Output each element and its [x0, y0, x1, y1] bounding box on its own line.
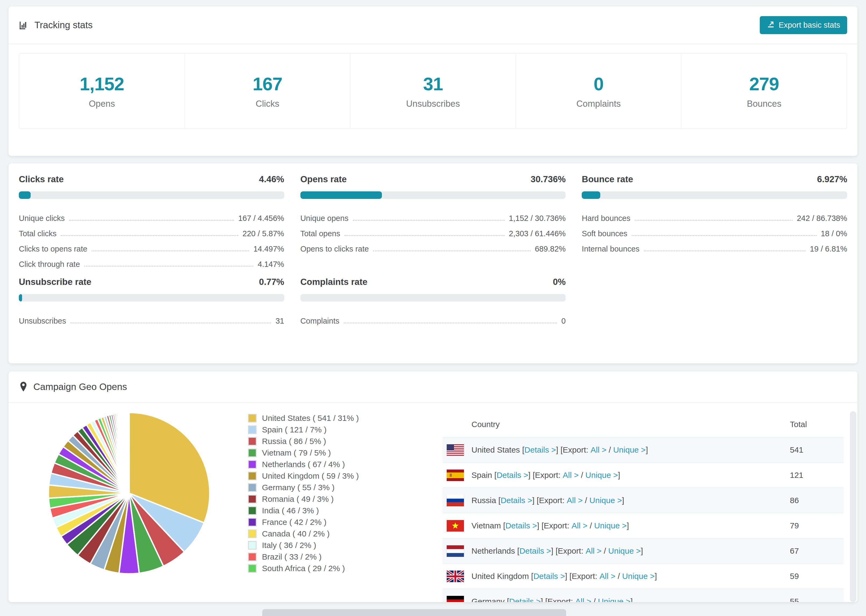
- summary-stat-label: Complaints: [576, 99, 621, 109]
- rate-value: 30.736%: [531, 174, 565, 184]
- legend-label: Netherlands ( 67 / 4% ): [262, 460, 345, 469]
- rate-block-complaints: Complaints rate0%Complaints0: [301, 277, 566, 327]
- export-all-link[interactable]: All >: [586, 546, 601, 556]
- rate-detail-label: Soft bounces: [582, 229, 627, 239]
- rate-detail-row: Soft bounces18 / 0%: [582, 224, 847, 239]
- closing-bracket: ]: [646, 445, 648, 454]
- export-all-link[interactable]: All >: [590, 445, 606, 454]
- link-separator: /: [583, 496, 589, 505]
- geo-table-total-cell: 67: [790, 546, 844, 556]
- bottom-scrollbar[interactable]: [262, 609, 566, 616]
- legend-item: Brazil ( 33 / 2% ): [248, 551, 359, 563]
- export-unique-link[interactable]: Unique >: [594, 521, 627, 530]
- rates-card: Clicks rate4.46%Unique clicks167 / 4.456…: [9, 163, 857, 363]
- export-all-link[interactable]: All >: [572, 521, 587, 530]
- rate-detail-label: Unsubscribes: [19, 317, 66, 327]
- nl-flag-icon: [447, 545, 464, 557]
- export-unique-link[interactable]: Unique >: [608, 546, 641, 556]
- country-name: United States [: [471, 445, 524, 454]
- rate-detail-label: Hard bounces: [582, 214, 630, 224]
- export-unique-link[interactable]: Unique >: [613, 445, 646, 454]
- export-all-link[interactable]: All >: [563, 471, 578, 480]
- country-name: Vietnam [: [471, 521, 505, 530]
- tracking-stats-header: Tracking stats Export basic stats: [9, 6, 857, 44]
- legend-swatch: [248, 506, 257, 515]
- rate-detail-value: 167 / 4.456%: [238, 214, 284, 224]
- rate-detail-value: 2,303 / 61.446%: [509, 229, 565, 239]
- gb-flag-icon: [447, 570, 464, 582]
- rate-detail-rows: Hard bounces242 / 86.738%Soft bounces18 …: [582, 209, 847, 255]
- legend-label: Russia ( 86 / 5% ): [262, 437, 326, 446]
- geo-country-text: Russia [Details >] [Export: All > / Uniq…: [471, 496, 624, 505]
- export-unique-link[interactable]: Unique >: [622, 572, 655, 581]
- rate-progress-track: [19, 191, 284, 199]
- link-separator: /: [591, 597, 598, 602]
- rate-detail-label: Total opens: [301, 229, 340, 239]
- dotted-leader: [635, 220, 793, 221]
- legend-swatch: [248, 437, 257, 446]
- closing-bracket: ]: [630, 597, 633, 602]
- export-basic-stats-button[interactable]: Export basic stats: [760, 16, 847, 34]
- rate-detail-label: Internal bounces: [582, 245, 639, 255]
- geo-table-header-country: Country: [442, 420, 790, 429]
- legend-item: France ( 42 / 2% ): [248, 516, 359, 528]
- rate-progress-track: [301, 294, 566, 302]
- rate-detail-value: 689.82%: [535, 245, 566, 255]
- geo-table: Country Total United States [Details >] …: [442, 412, 844, 602]
- legend-label: Spain ( 121 / 7% ): [262, 425, 326, 434]
- geo-table-total-cell: 59: [790, 572, 844, 581]
- rate-detail-label: Complaints: [301, 317, 339, 327]
- rate-header: Unsubscribe rate0.77%: [19, 277, 284, 287]
- details-link[interactable]: Details >: [524, 445, 556, 454]
- rate-detail-value: 220 / 5.87%: [242, 229, 284, 239]
- rate-progress-track: [301, 191, 566, 199]
- summary-stat-label: Clicks: [255, 99, 279, 109]
- export-prefix: ] [Export:: [532, 496, 567, 505]
- legend-label: South Africa ( 29 / 2% ): [262, 564, 345, 573]
- legend-label: Canada ( 40 / 2% ): [262, 529, 330, 538]
- rate-value: 0.77%: [259, 277, 284, 287]
- rate-value: 6.927%: [817, 174, 847, 184]
- details-link[interactable]: Details >: [533, 572, 565, 581]
- summary-stat-cell: 0Complaints: [516, 54, 681, 129]
- geo-table-body: United States [Details >] [Export: All >…: [442, 437, 844, 602]
- closing-bracket: ]: [641, 546, 643, 556]
- details-link[interactable]: Details >: [501, 496, 532, 505]
- export-all-link[interactable]: All >: [575, 597, 591, 602]
- dotted-leader: [373, 250, 531, 251]
- export-prefix: ] [Export:: [537, 521, 572, 530]
- export-prefix: ] [Export:: [556, 445, 590, 454]
- country-name: Russia [: [471, 496, 501, 505]
- details-link[interactable]: Details >: [519, 546, 551, 556]
- geo-table-scrollbar[interactable]: [850, 411, 856, 602]
- details-link[interactable]: Details >: [509, 597, 541, 602]
- geo-table-country-cell: Russia [Details >] [Export: All > / Uniq…: [442, 495, 790, 506]
- export-all-link[interactable]: All >: [600, 572, 615, 581]
- link-separator: /: [587, 521, 594, 530]
- legend-swatch: [248, 414, 257, 423]
- legend-label: Romania ( 49 / 3% ): [262, 495, 334, 504]
- legend-item: India ( 46 / 3% ): [248, 505, 359, 516]
- rate-detail-value: 14.497%: [254, 245, 284, 255]
- export-unique-link[interactable]: Unique >: [586, 471, 618, 480]
- export-unique-link[interactable]: Unique >: [598, 597, 630, 602]
- geo-table-row: Vietnam [Details >] [Export: All > / Uni…: [442, 513, 844, 538]
- legend-item: Canada ( 40 / 2% ): [248, 528, 359, 539]
- details-link[interactable]: Details >: [505, 521, 537, 530]
- geo-opens-title: Campaign Geo Opens: [19, 381, 127, 392]
- tracking-stats-card: Tracking stats Export basic stats 1,152O…: [9, 6, 857, 156]
- export-unique-link[interactable]: Unique >: [589, 496, 622, 505]
- export-prefix: ] [Export:: [528, 471, 563, 480]
- rate-progress-fill: [19, 191, 31, 199]
- rate-detail-value: 18 / 0%: [821, 229, 847, 239]
- dotted-leader: [61, 235, 238, 236]
- export-all-link[interactable]: All >: [567, 496, 583, 505]
- rate-detail-row: Hard bounces242 / 86.738%: [582, 209, 847, 224]
- details-link[interactable]: Details >: [496, 471, 528, 480]
- rate-progress-track: [19, 294, 284, 302]
- legend-item: South Africa ( 29 / 2% ): [248, 563, 359, 574]
- rate-header: Complaints rate0%: [301, 277, 566, 287]
- rate-detail-value: 0: [561, 317, 565, 327]
- dotted-leader: [84, 266, 254, 267]
- dotted-leader: [92, 250, 249, 251]
